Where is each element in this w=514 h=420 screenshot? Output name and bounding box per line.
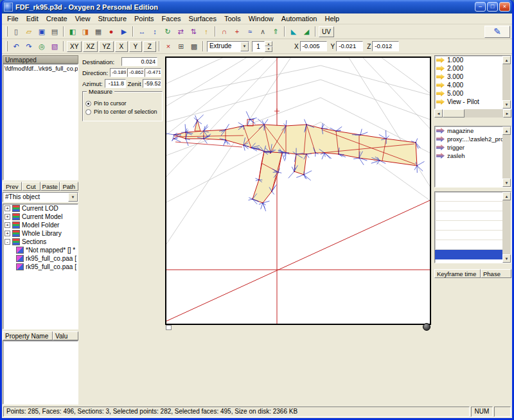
named-selection-item[interactable]: proxy:...\zasleh2_proxy.00 bbox=[435, 135, 502, 143]
menu-item[interactable]: Automation bbox=[278, 14, 321, 23]
tree-item[interactable]: rk95_full_co.paa [ bbox=[3, 263, 78, 271]
toolbar-grip[interactable] bbox=[6, 41, 8, 51]
scroll-right-icon[interactable]: ► bbox=[503, 109, 511, 118]
mirror-icon[interactable]: ⇄ bbox=[174, 26, 187, 37]
named-selection-item[interactable]: magazine bbox=[435, 127, 502, 135]
scroll-down-icon[interactable]: ▼ bbox=[502, 254, 511, 263]
lod-list-item[interactable]: 4.000 bbox=[435, 81, 502, 89]
wireframe-view-icon[interactable]: ▦ bbox=[92, 26, 105, 37]
menu-item[interactable]: File bbox=[3, 14, 22, 23]
azimut-field[interactable]: -111.8 bbox=[105, 79, 126, 88]
property-value-column[interactable]: Valu bbox=[53, 331, 78, 340]
menu-item[interactable]: Tools bbox=[220, 14, 245, 23]
menu-item[interactable]: Surfaces bbox=[185, 14, 220, 23]
magnet-snap-icon[interactable]: ∩ bbox=[218, 26, 231, 37]
plane-toggle-button[interactable]: XY bbox=[67, 41, 82, 52]
new-document-icon[interactable]: ▯ bbox=[10, 26, 22, 37]
menu-item[interactable]: Structure bbox=[94, 14, 130, 23]
coord-x-field[interactable]: -0.005 bbox=[300, 41, 327, 51]
delete-selection-icon[interactable]: × bbox=[162, 40, 175, 52]
move-horizontal-icon[interactable]: ↔ bbox=[136, 26, 148, 37]
lod-list-item[interactable]: 3.000 bbox=[435, 73, 502, 81]
swap-axes-icon[interactable]: ⇅ bbox=[187, 26, 200, 37]
tree-toggle-icon[interactable]: + bbox=[4, 222, 10, 228]
texture-action-button[interactable]: Paste bbox=[40, 182, 60, 191]
shaded-view-icon[interactable]: ◧ bbox=[66, 26, 79, 37]
triangle-strip-icon[interactable]: ◢ bbox=[300, 26, 313, 37]
move-vertical-icon[interactable]: ↕ bbox=[148, 26, 161, 37]
selections-vertical-scrollbar[interactable]: ▲ ▼ bbox=[502, 127, 511, 187]
undo-icon[interactable]: ↶ bbox=[10, 40, 22, 52]
lod-horizontal-scrollbar[interactable]: ◄ ► bbox=[434, 109, 511, 118]
raise-points-icon[interactable]: ↑ bbox=[200, 26, 213, 37]
tree-item[interactable]: - Sections bbox=[3, 238, 78, 246]
create-vertex-icon[interactable]: ● bbox=[105, 26, 118, 37]
texture-list-item[interactable]: \fdfmod\fdf...\rk95_full_co.paa bbox=[3, 64, 78, 73]
object-filter-dropdown[interactable]: #This object ▼ bbox=[3, 192, 78, 202]
texture-action-button[interactable]: Cut bbox=[22, 182, 41, 191]
scroll-up-icon[interactable]: ▲ bbox=[502, 56, 511, 64]
view-rotation-knob[interactable] bbox=[423, 323, 430, 331]
menu-item[interactable]: Faces bbox=[158, 14, 185, 23]
tree-item[interactable]: rk95_full_co.paa [ bbox=[3, 254, 78, 263]
import-icon[interactable]: ▤ bbox=[48, 26, 61, 37]
tree-toggle-icon[interactable]: - bbox=[4, 239, 10, 245]
redo-icon[interactable]: ↷ bbox=[22, 40, 35, 52]
save-icon[interactable]: ▣ bbox=[35, 26, 48, 37]
coord-z-field[interactable]: -0.012 bbox=[372, 41, 399, 51]
named-selection-item[interactable]: trigger bbox=[435, 143, 502, 152]
radio-pin-to-center[interactable]: Pin to center of selection bbox=[85, 109, 159, 115]
tree-item[interactable]: + Model Folder bbox=[3, 221, 78, 229]
scroll-up-icon[interactable]: ▲ bbox=[502, 127, 511, 135]
lod-list-item[interactable]: 1.000 bbox=[435, 56, 502, 64]
minimize-button[interactable]: – bbox=[475, 2, 486, 12]
scroll-down-icon[interactable]: ▼ bbox=[502, 179, 511, 187]
scroll-left-icon[interactable]: ◄ bbox=[434, 109, 443, 118]
tree-toggle-icon[interactable]: + bbox=[4, 214, 10, 220]
extrude-combobox[interactable]: Extrude ▼ bbox=[207, 41, 249, 52]
play-animation-icon[interactable]: ▶ bbox=[118, 26, 130, 37]
named-selection-item[interactable]: zasleh bbox=[435, 152, 502, 160]
coord-y-field[interactable]: -0.021 bbox=[336, 41, 363, 51]
tree-item[interactable]: + Current Model bbox=[3, 213, 78, 221]
toggle-grid-icon[interactable]: ▩ bbox=[188, 40, 200, 52]
history-item[interactable]: Edit LOD 4.000 bbox=[435, 211, 502, 221]
tree-toggle-icon[interactable]: + bbox=[4, 206, 10, 211]
weld-points-icon[interactable]: + bbox=[231, 26, 244, 37]
lod-list-item[interactable]: 5.000 bbox=[435, 89, 502, 98]
open-folder-icon[interactable]: ▱ bbox=[22, 26, 35, 37]
menu-item[interactable]: View bbox=[71, 14, 94, 23]
viewport-resize-grip[interactable] bbox=[166, 325, 172, 330]
axis-toggle-button[interactable]: Z bbox=[143, 41, 156, 52]
menu-item[interactable]: Points bbox=[130, 14, 158, 23]
spin-up-icon[interactable]: ▲ bbox=[265, 41, 272, 47]
uv-editor-button[interactable]: UV bbox=[319, 26, 334, 37]
model-tree[interactable]: + Current LOD + Current Model + Model F bbox=[3, 204, 78, 329]
axis-toggle-button[interactable]: X bbox=[115, 41, 128, 52]
scroll-down-icon[interactable]: ▼ bbox=[502, 100, 511, 109]
texture-action-button[interactable]: Prev bbox=[3, 182, 22, 191]
sharp-edges-icon[interactable]: ∧ bbox=[256, 26, 269, 37]
collapse-points-icon[interactable]: ⊞ bbox=[175, 40, 188, 52]
mask-selection-icon[interactable]: ▧ bbox=[48, 40, 61, 52]
history-item[interactable]: Face Properties bbox=[435, 250, 502, 259]
textured-view-icon[interactable]: ◨ bbox=[79, 26, 92, 37]
phase-column[interactable]: Phase bbox=[481, 269, 511, 278]
direction-y-field[interactable]: -0.862 bbox=[127, 68, 144, 77]
lod-list[interactable]: 1.000 2.000 3.000 bbox=[434, 55, 511, 109]
close-button[interactable]: × bbox=[499, 2, 510, 12]
scrollbar-thumb[interactable] bbox=[443, 109, 465, 118]
plane-toggle-button[interactable]: YZ bbox=[99, 41, 114, 52]
lod-list-item[interactable]: 2.000 bbox=[435, 64, 502, 73]
combo-arrow-icon[interactable]: ▼ bbox=[240, 42, 249, 51]
lod-vertical-scrollbar[interactable]: ▲ ▼ bbox=[502, 56, 511, 109]
tree-toggle-icon[interactable]: + bbox=[4, 231, 10, 236]
tree-item[interactable]: + Current LOD bbox=[3, 204, 78, 213]
rotate-icon[interactable]: ↻ bbox=[161, 26, 174, 37]
axis-toggle-button[interactable]: Y bbox=[129, 41, 142, 52]
plane-toggle-button[interactable]: XZ bbox=[83, 41, 98, 52]
history-vertical-scrollbar[interactable]: ▲ ▼ bbox=[502, 192, 511, 263]
extrude-step-spinner[interactable]: 1 ▲ ▼ bbox=[252, 41, 272, 52]
tree-item[interactable]: *Not mapped* [] * bbox=[3, 246, 78, 254]
zenit-field[interactable]: -59.52 bbox=[143, 79, 161, 88]
